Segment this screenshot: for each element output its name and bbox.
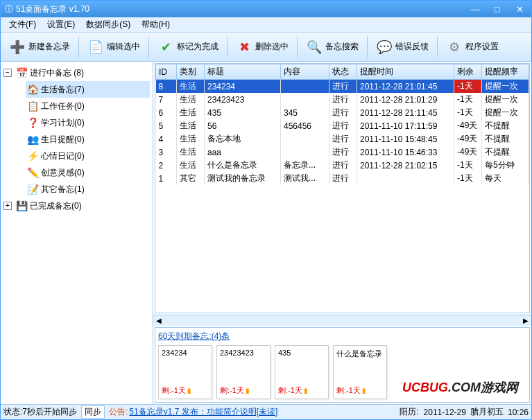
col-content[interactable]: 内容 <box>281 64 329 80</box>
card-remain: 剩:-1天 ▮ <box>278 385 325 396</box>
col-title[interactable]: 标题 <box>205 64 281 80</box>
card-remain: 剩:-1天 ▮ <box>336 385 384 396</box>
card-remain: 剩:-1天 ▮ <box>162 385 209 396</box>
sidebar-item-label: 心情日记(0) <box>41 150 85 162</box>
note-icon: ▮ <box>304 387 308 394</box>
statusbar: 状态:7秒后开始同步 同步 公告: 51备忘录v1.7 发布：功能简介说明[未读… <box>1 404 531 419</box>
calendar-icon: 📅 <box>15 66 28 80</box>
sidebar-item[interactable]: ❓学习计划(0) <box>26 114 150 131</box>
menu-file[interactable]: 文件(F) <box>3 17 42 32</box>
close-button[interactable]: ✕ <box>512 3 527 15</box>
maximize-button[interactable]: □ <box>490 3 505 15</box>
search-button[interactable]: 🔍备忘搜索 <box>300 35 365 60</box>
status-lunar: 腊月初五 <box>470 406 504 418</box>
due-card[interactable]: 23423423剩:-1天 ▮ <box>216 345 271 399</box>
feedback-button[interactable]: 💬错误反馈 <box>370 35 435 60</box>
table-row[interactable]: 7生活23423423进行2011-12-28 21:01:29-1天提醒一次 <box>156 93 529 106</box>
horizontal-scrollbar[interactable]: ◀▶ <box>153 315 531 326</box>
tree-inprogress[interactable]: − 📅 进行中备忘 (8) <box>3 64 150 81</box>
watermark: UCBUG.COM游戏网 <box>402 379 518 396</box>
due-card[interactable]: 234234剩:-1天 ▮ <box>158 345 212 399</box>
table-row[interactable]: 8生活234234进行2011-12-28 21:01:45-1天提醒一次 <box>156 80 529 94</box>
note-icon: ▮ <box>246 387 250 394</box>
toolbar: ➕新建备忘录 📄编辑选中 ✔标记为完成 ✖删除选中 🔍备忘搜索 💬错误反馈 ⚙程… <box>1 33 531 62</box>
category-icon: 🏠 <box>26 82 40 96</box>
status-solar: 阳历: 2011-12-29 <box>400 406 466 418</box>
due-card[interactable]: 435剩:-1天 ▮ <box>275 345 329 399</box>
app-icon: ⓘ <box>5 3 13 15</box>
sync-button[interactable]: 同步 <box>81 405 105 419</box>
card-title: 23423423 <box>220 349 267 357</box>
sidebar-item[interactable]: 📝其它备忘(1) <box>26 181 150 198</box>
sidebar-item-label: 生日提醒(0) <box>41 134 85 146</box>
menu-sync[interactable]: 数据同步(S) <box>80 17 136 32</box>
sidebar-item-label: 工作任务(0) <box>41 100 85 112</box>
delete-button[interactable]: ✖删除选中 <box>230 35 295 60</box>
table-row[interactable]: 1其它测试我的备忘录测试我...进行-1天每天 <box>156 172 529 185</box>
category-icon: 📋 <box>26 99 40 113</box>
chat-icon: 💬 <box>376 39 393 55</box>
category-icon: ❓ <box>26 116 40 130</box>
sidebar-item-label: 创意灵感(0) <box>41 167 85 179</box>
edit-icon: 📄 <box>87 39 104 55</box>
plus-icon: ➕ <box>9 39 26 55</box>
table-row[interactable]: 4生活备忘本地进行2011-11-10 15:48:45-49天不提醒 <box>156 132 529 146</box>
menu-settings[interactable]: 设置(E) <box>42 17 80 32</box>
table-row[interactable]: 5生活56456456进行2011-11-10 17:11:59-49天不提醒 <box>156 119 529 132</box>
category-icon: 👥 <box>26 132 40 146</box>
note-icon: ▮ <box>362 387 366 394</box>
card-remain: 剩:-1天 ▮ <box>220 385 267 396</box>
collapse-icon[interactable]: − <box>3 69 12 77</box>
tree-completed[interactable]: + 💾 已完成备忘(0) <box>3 198 150 214</box>
sidebar-item[interactable]: 📋工作任务(0) <box>26 98 150 114</box>
sidebar-item[interactable]: 👥生日提醒(0) <box>26 131 150 148</box>
sidebar-item-label: 学习计划(0) <box>41 117 85 129</box>
settings-button[interactable]: ⚙程序设置 <box>440 35 505 60</box>
search-icon: 🔍 <box>306 39 323 55</box>
category-icon: ⚡ <box>26 149 40 163</box>
sidebar-item[interactable]: ✏️创意灵感(0) <box>26 164 150 181</box>
menu-help[interactable]: 帮助(H) <box>136 17 175 32</box>
col-remain[interactable]: 剩余 <box>454 64 482 80</box>
sidebar-item[interactable]: 🏠生活备忘(7) <box>26 81 150 98</box>
minimize-button[interactable]: — <box>467 3 483 15</box>
sidebar-item-label: 生活备忘(7) <box>41 84 85 96</box>
col-category[interactable]: 类别 <box>177 64 205 80</box>
titlebar: ⓘ 51桌面备忘录 v1.70 — □ ✕ <box>1 1 531 17</box>
check-icon: ✔ <box>157 39 174 55</box>
window-title: 51桌面备忘录 v1.70 <box>16 3 89 15</box>
edit-button[interactable]: 📄编辑选中 <box>81 35 146 60</box>
card-title: 435 <box>278 349 325 357</box>
save-icon: 💾 <box>15 199 28 213</box>
gear-icon: ⚙ <box>446 39 463 55</box>
notice-link[interactable]: 51备忘录v1.7 发布：功能简介说明[未读] <box>129 406 277 418</box>
expand-icon[interactable]: + <box>3 202 12 210</box>
status-time: 10:26 <box>508 408 529 417</box>
card-title: 什么是备忘录 <box>336 349 384 359</box>
category-icon: 📝 <box>26 182 40 196</box>
col-status[interactable]: 状态 <box>329 64 357 80</box>
table-row[interactable]: 3生活aaa进行2011-11-10 15:46:33-49天不提醒 <box>156 146 529 159</box>
sidebar: − 📅 进行中备忘 (8) 🏠生活备忘(7)📋工作任务(0)❓学习计划(0)👥生… <box>1 62 153 404</box>
table-row[interactable]: 6生活435345进行2011-12-28 21:11:45-1天提醒一次 <box>156 106 529 119</box>
notice-label: 公告: <box>109 406 128 418</box>
delete-icon: ✖ <box>236 39 252 55</box>
due-panel-title: 60天到期备忘:(4)条 <box>158 331 526 342</box>
col-time[interactable]: 提醒时间 <box>357 64 454 80</box>
complete-button[interactable]: ✔标记为完成 <box>151 35 225 60</box>
menubar: 文件(F) 设置(E) 数据同步(S) 帮助(H) <box>1 17 531 33</box>
new-memo-button[interactable]: ➕新建备忘录 <box>3 35 76 60</box>
table-row[interactable]: 2生活什么是备忘录备忘录...进行2011-12-28 21:02:15-1天每… <box>156 159 529 172</box>
card-title: 234234 <box>162 349 209 357</box>
sidebar-item[interactable]: ⚡心情日记(0) <box>26 148 150 164</box>
col-id[interactable]: ID <box>156 64 177 80</box>
sidebar-item-label: 其它备忘(1) <box>41 184 85 195</box>
category-icon: ✏️ <box>26 166 40 180</box>
col-freq[interactable]: 提醒频率 <box>482 64 529 80</box>
status-state: 状态:7秒后开始同步 <box>3 406 77 418</box>
due-card[interactable]: 什么是备忘录剩:-1天 ▮ <box>333 345 387 399</box>
data-grid[interactable]: ID 类别 标题 内容 状态 提醒时间 剩余 提醒频率 8生活234234进行2… <box>155 63 530 313</box>
note-icon: ▮ <box>187 387 191 394</box>
